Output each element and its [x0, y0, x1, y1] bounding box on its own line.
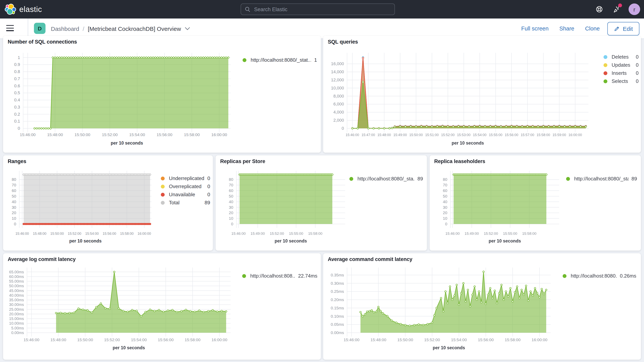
- svg-text:15:46:00: 15:46:00: [446, 232, 460, 236]
- svg-text:15:49:00: 15:49:00: [251, 232, 265, 236]
- legend-item[interactable]: http://localhost:8080/_sta...89: [350, 175, 423, 183]
- dashboard-app-icon[interactable]: D: [34, 23, 46, 34]
- svg-text:15:56:00: 15:56:00: [505, 133, 518, 137]
- replicas_per_store-chart[interactable]: 0102030405060708015:46:0015:49:0015:52:0…: [216, 167, 348, 250]
- svg-text:40: 40: [443, 200, 447, 204]
- global-search[interactable]: [241, 4, 395, 15]
- x-axis-label: per 10 seconds: [111, 140, 143, 146]
- panel-title: Ranges: [8, 158, 26, 164]
- toolbar-actions: Full screen Share Clone Edit: [521, 18, 639, 38]
- svg-text:50: 50: [12, 194, 16, 198]
- svg-text:15:49:00: 15:49:00: [393, 133, 407, 137]
- svg-text:5.00ms: 5.00ms: [11, 326, 24, 330]
- edit-button[interactable]: Edit: [607, 22, 639, 35]
- menu-icon[interactable]: [6, 25, 14, 32]
- svg-text:50: 50: [443, 194, 447, 198]
- legend-dot-icon: [161, 176, 165, 180]
- svg-text:10.00ms: 10.00ms: [9, 321, 24, 326]
- panel-replicas-per-store: Replicas per Store 0102030405060708015:4…: [216, 155, 427, 250]
- legend-item[interactable]: http://localhost:8080/_sta...89: [566, 175, 637, 183]
- panel-title: Replicas per Store: [220, 158, 265, 164]
- svg-text:0: 0: [14, 222, 16, 226]
- svg-text:40: 40: [12, 200, 16, 204]
- sql_connections-chart[interactable]: 00.10.20.30.40.50.60.70.80.9115:46:0015:…: [3, 48, 234, 148]
- svg-text:15:46:00: 15:46:00: [232, 232, 246, 236]
- user-avatar[interactable]: r: [628, 4, 640, 15]
- elastic-logo[interactable]: elastic: [5, 4, 42, 15]
- legend-item[interactable]: http://localhost:8080/_stat...1: [242, 56, 317, 64]
- svg-text:12,000: 12,000: [331, 78, 344, 82]
- panel-sql-queries: SQL queries 02,0004,0006,0008,00010,0001…: [323, 36, 641, 153]
- svg-text:15:46:00: 15:46:00: [24, 338, 39, 342]
- svg-text:16,000: 16,000: [331, 61, 344, 66]
- svg-text:1: 1: [18, 55, 20, 60]
- chart-legend: http://localhost:8080/_stat...1: [242, 56, 317, 64]
- svg-text:0.00ms: 0.00ms: [11, 330, 24, 335]
- legend-item[interactable]: Unavailable0: [161, 190, 210, 198]
- svg-text:15:50:00: 15:50:00: [398, 338, 413, 342]
- svg-text:60: 60: [229, 188, 233, 193]
- full-screen-button[interactable]: Full screen: [521, 26, 548, 32]
- svg-text:15:58:00: 15:58:00: [185, 338, 200, 342]
- clone-button[interactable]: Clone: [585, 26, 600, 32]
- svg-text:6,000: 6,000: [334, 102, 344, 106]
- sql_queries-chart[interactable]: 02,0004,0006,0008,00010,00012,00014,0001…: [323, 48, 593, 148]
- legend-item[interactable]: Updates0: [604, 61, 638, 69]
- legend-item[interactable]: Deletes0: [604, 53, 638, 61]
- legend-dot-icon: [161, 184, 165, 188]
- legend-item[interactable]: Selects0: [604, 77, 638, 85]
- svg-text:15:48:00: 15:48:00: [370, 338, 386, 342]
- svg-text:0.5: 0.5: [14, 90, 20, 95]
- svg-text:60.00ms: 60.00ms: [9, 274, 24, 279]
- legend-label: Unavailable: [169, 192, 195, 198]
- ranges-chart[interactable]: 0102030405060708015:46:0015:48:0015:50:0…: [3, 167, 156, 250]
- help-icon[interactable]: [596, 6, 603, 13]
- legend-dot-icon: [604, 63, 607, 67]
- legend-dot-icon: [604, 55, 607, 59]
- svg-text:15:48:00: 15:48:00: [33, 232, 46, 236]
- x-axis-label: per 10 seconds: [112, 345, 145, 350]
- legend-label: Selects: [612, 78, 628, 84]
- chart-legend: http://localhost:8080...0.26ms: [563, 272, 636, 280]
- legend-dot-icon: [161, 201, 165, 204]
- legend-label: http://localhost:8080...: [571, 273, 617, 279]
- svg-text:14,000: 14,000: [331, 70, 344, 74]
- legend-item[interactable]: http://localhost:808...22.74ms: [242, 272, 317, 280]
- legend-item[interactable]: Underreplicated0: [161, 174, 210, 182]
- legend-item[interactable]: Total89: [161, 198, 210, 207]
- share-button[interactable]: Share: [559, 26, 574, 32]
- svg-text:15:48:00: 15:48:00: [50, 338, 66, 342]
- avg_log_commit-chart[interactable]: 0.00ms5.00ms10.00ms15.00ms20.00ms25.00ms…: [3, 265, 234, 360]
- svg-text:15:56:00: 15:56:00: [156, 132, 172, 137]
- replica_leaseholders-chart[interactable]: 0102030405060708015:46:0015:49:0015:52:0…: [430, 167, 562, 250]
- svg-text:0.6: 0.6: [14, 84, 20, 88]
- svg-text:20.00ms: 20.00ms: [9, 312, 24, 316]
- dashboard-page: elastic r: [0, 0, 644, 362]
- svg-text:15:50:00: 15:50:00: [409, 133, 423, 137]
- svg-text:16:00:00: 16:00:00: [532, 338, 548, 342]
- legend-item[interactable]: http://localhost:8080...0.26ms: [563, 272, 636, 280]
- svg-text:10,000: 10,000: [331, 86, 344, 90]
- edit-label: Edit: [623, 25, 633, 32]
- title-caret-icon[interactable]: [185, 27, 190, 30]
- news-icon[interactable]: [613, 6, 621, 13]
- svg-text:16:00:00: 16:00:00: [212, 338, 227, 342]
- svg-text:15:46:00: 15:46:00: [16, 232, 29, 236]
- svg-text:15:52:00: 15:52:00: [441, 133, 455, 137]
- legend-item[interactable]: Inserts0: [604, 69, 638, 77]
- avg_cmd_commit-chart[interactable]: 0.00ms0.05ms0.10ms0.15ms0.20ms0.25ms0.30…: [323, 265, 554, 360]
- svg-text:15:46:00: 15:46:00: [20, 132, 36, 137]
- svg-text:70: 70: [12, 183, 16, 187]
- legend-label: Overreplicated: [169, 184, 202, 189]
- notification-dot: [618, 4, 622, 7]
- search-input[interactable]: [253, 6, 394, 12]
- svg-text:15:58:00: 15:58:00: [505, 338, 520, 342]
- svg-text:35.00ms: 35.00ms: [9, 298, 24, 302]
- breadcrumb-separator: /: [83, 25, 84, 32]
- legend-item[interactable]: Overreplicated0: [161, 182, 210, 190]
- breadcrumb-dashboard[interactable]: Dashboard: [51, 25, 79, 32]
- svg-text:70: 70: [443, 183, 447, 187]
- svg-text:30: 30: [229, 205, 233, 210]
- breadcrumb: Dashboard / [Metricbeat CockroachDB] Ove…: [51, 18, 190, 38]
- svg-text:8,000: 8,000: [334, 94, 344, 98]
